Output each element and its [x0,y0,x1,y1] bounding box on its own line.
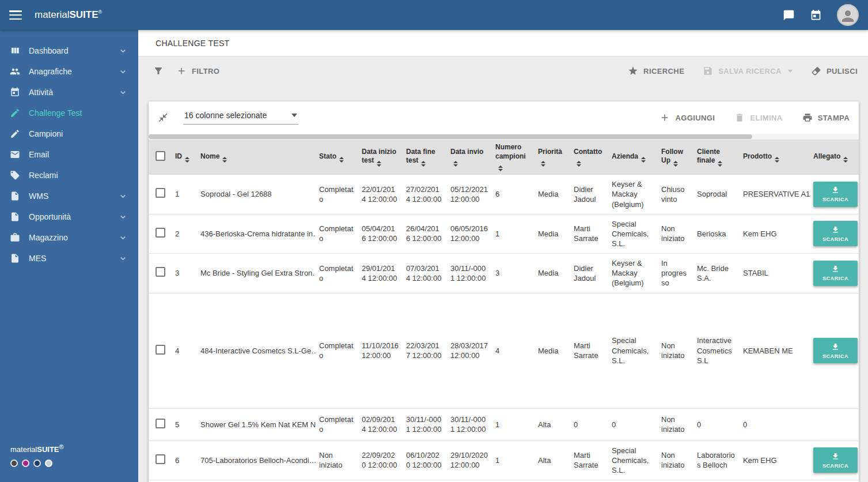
column-header-data-fine[interactable]: Data fine test [403,140,447,175]
scrollbar-thumb[interactable] [149,134,752,139]
printer-icon [802,112,813,123]
column-header-azienda[interactable]: Azienda [608,140,658,175]
sidebar-item-mes[interactable]: MES [0,248,138,269]
sidebar-item-challenge-test[interactable]: Challenge Test [0,103,138,123]
filter-funnel-icon[interactable] [153,66,164,76]
ricerche-button[interactable]: RICERCHE [628,66,684,76]
cell-azienda: Pol-Nil [608,480,658,482]
table-row: 4 484-Interactive Cosmetcs S.L-Ge… Compl… [149,293,859,408]
cell-priorita: Alta [535,440,570,480]
row-checkbox[interactable] [156,419,165,428]
sidebar-item-label: Magazzino [29,233,68,242]
cell-data-invio: 30/11/-0001 [447,480,492,482]
download-icon [831,265,840,273]
theme-swatch[interactable] [22,460,29,467]
columns-select[interactable]: 16 colonne selezionate [183,111,298,125]
column-header-cliente-finale[interactable]: Cliente finale [693,140,740,175]
sidebar-item-email[interactable]: Email [0,144,138,165]
cell-priorita [535,480,570,482]
sidebar-item-attivita[interactable]: Attività [0,82,138,103]
chevron-down-icon [118,254,128,263]
column-header-follow-up[interactable]: Follow Up [658,140,693,175]
table-row: 5 Shower Gel 1.5% Kem Nat KEM N… Complet… [149,408,859,440]
theme-swatch[interactable] [45,460,52,467]
cell-stato: Completato [316,175,358,214]
stampa-button[interactable]: STAMPA [802,112,850,123]
column-header-id[interactable]: ID [172,140,197,175]
select-all-checkbox[interactable] [156,151,165,161]
column-header-numero-campioni[interactable]: Numero campioni [492,140,535,175]
pulisci-button[interactable]: PULISCI [811,66,858,76]
cell-azienda: Special Chemicals, S.L. [608,440,658,480]
user-avatar[interactable] [837,4,859,26]
cell-nome: Shower Gel 1.5% Kem Nat KEM N… [197,408,316,440]
column-header-allegato[interactable]: Allegato [810,140,859,175]
cell-data-fine: 06/10/2020 12:00:00 [403,440,447,480]
column-header-contatto[interactable]: Contatto [570,140,608,175]
row-checkbox[interactable] [156,267,165,277]
main-content: CHALLENGE TEST FILTRO RICERCHE SALVA RIC… [138,30,868,482]
column-header-prodotto[interactable]: Prodotto [740,140,810,175]
scarica-button[interactable]: SCARICA [813,261,858,286]
row-checkbox-cell [149,440,172,480]
cell-contatto: Didier Jadoul [570,175,608,214]
trash-icon [734,112,745,123]
sort-icon [498,165,503,171]
sidebar-item-wms[interactable]: WMS [0,186,138,206]
cell-contatto: Marti Sarrate [570,214,608,253]
sidebar-item-campioni[interactable]: Campioni [0,123,138,144]
cell-nome: 484-Interactive Cosmetcs S.L-Ge… [197,293,316,408]
cell-azienda: Special Chemicals, S.L. [608,214,658,253]
theme-swatch[interactable] [33,460,41,467]
cell-contatto: Monika [570,480,608,482]
sidebar-item-opportunita[interactable]: Opportunità [0,206,138,227]
sidebar-item-label: WMS [29,191,48,201]
challenge-test-table: ID Nome Stato Data inizio test Data fine… [149,140,859,482]
sidebar-item-dashboard[interactable]: Dashboard [0,40,138,61]
column-header-priorita[interactable]: Priorità [535,140,570,175]
sort-icon [641,157,646,163]
row-checkbox-cell [149,408,172,440]
scarica-button[interactable]: SCARICA [813,182,858,207]
cell-nome: 705-Laboratorios Belloch-Acondi… [197,440,316,480]
collapse-icon[interactable] [158,112,168,123]
scarica-button[interactable]: SCARICA [813,447,858,473]
cell-allegato [810,408,859,440]
sidebar-footer: materialSUITE® [10,443,64,467]
sidebar-item-anagrafiche[interactable]: Anagrafiche [0,61,138,82]
column-header-stato[interactable]: Stato [316,140,358,175]
download-icon [831,342,840,351]
row-checkbox[interactable] [156,454,165,464]
cell-data-fine: 07/03/2014 12:00:00 [403,254,447,293]
salva-ricerca-button[interactable]: SALVA RICERCA [703,66,793,76]
calendar-icon[interactable] [810,9,822,21]
elimina-button[interactable]: ELIMINA [734,112,782,123]
add-filter-button[interactable]: FILTRO [176,66,219,76]
theme-swatch[interactable] [10,460,18,467]
cell-contatto: Marti Sarrate [570,293,608,408]
column-header-nome[interactable]: Nome [197,140,316,175]
hamburger-menu-icon[interactable] [9,10,22,20]
cell-stato: Completato [316,254,358,293]
topbar: materialSUITE® [0,0,868,30]
aggiungi-button[interactable]: AGGIUNGI [659,112,715,123]
cell-allegato: SCARICA [810,440,859,480]
eraser-icon [811,66,821,76]
scarica-button[interactable]: SCARICA [813,338,858,363]
sidebar-item-reclami[interactable]: Reclami [0,165,138,186]
cell-id: 4 [172,293,197,408]
save-icon [703,66,713,76]
chat-icon[interactable] [783,9,795,21]
row-checkbox[interactable] [156,188,165,198]
theme-swatches [10,460,64,467]
row-checkbox[interactable] [156,228,165,238]
scarica-button[interactable]: SCARICA [813,221,858,246]
column-header-data-inizio[interactable]: Data inizio test [358,140,403,175]
column-header-data-invio[interactable]: Data invio [447,140,492,175]
sidebar-item-magazzino[interactable]: Magazzino [0,227,138,248]
row-checkbox[interactable] [156,345,165,355]
sort-icon [339,157,344,163]
sidebar-item-label: Email [29,150,49,159]
row-checkbox-cell [149,293,172,408]
cell-priorita: Media [535,254,570,293]
